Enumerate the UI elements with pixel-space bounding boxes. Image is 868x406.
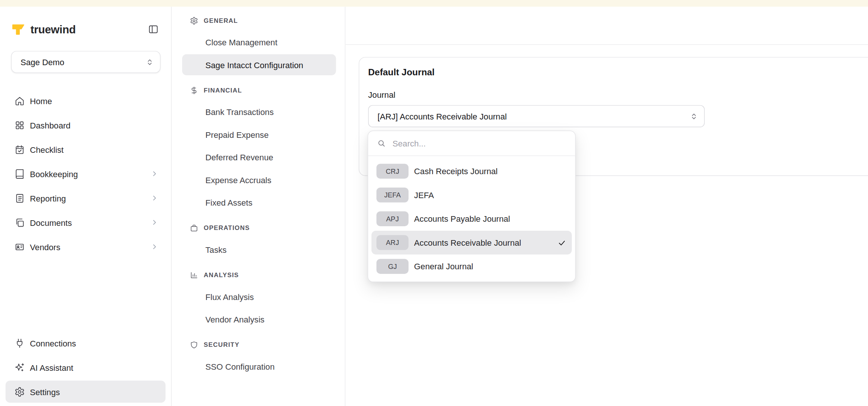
sidebar-item-reporting[interactable]: Reporting <box>6 187 166 209</box>
sidebar-item-label: Connections <box>30 338 76 348</box>
chevron-up-down-icon <box>689 112 699 121</box>
journal-option-label: Accounts Payable Journal <box>414 214 510 224</box>
journal-code-badge: GJ <box>376 259 409 274</box>
journal-option-label: General Journal <box>414 262 473 271</box>
sidebar-item-home[interactable]: Home <box>6 90 166 112</box>
app-window: truewind Sage Demo Home Dashboard Checkl… <box>0 0 868 406</box>
brand-logo-icon <box>11 22 25 36</box>
journal-option-crj[interactable]: CRJ Cash Receipts Journal <box>371 159 572 183</box>
settings-section-label: General <box>204 17 238 24</box>
journal-select[interactable]: [ARJ] Accounts Receivable Journal <box>368 105 705 127</box>
sidebar-item-label: Vendors <box>30 242 60 251</box>
gear-icon <box>190 16 198 25</box>
sidebar-item-connections[interactable]: Connections <box>6 332 166 354</box>
sidebar-item-checklist[interactable]: Checklist <box>6 138 166 160</box>
settings-section-financial: Financial Bank Transactions Prepaid Expe… <box>182 81 336 213</box>
sidebar-item-vendors[interactable]: Vendors <box>6 236 166 258</box>
settings-item-vendor-analysis[interactable]: Vendor Analysis <box>182 309 336 330</box>
briefcase-icon <box>190 224 198 232</box>
brand-name: truewind <box>30 23 76 36</box>
book-icon <box>14 169 25 179</box>
sidebar-toggle-button[interactable] <box>147 23 160 36</box>
sidebar-item-documents[interactable]: Documents <box>6 211 166 233</box>
settings-section-security: Security SSO Configuration <box>182 335 336 377</box>
settings-section-operations: Operations Tasks <box>182 218 336 260</box>
check-icon <box>557 238 566 247</box>
settings-item-tasks[interactable]: Tasks <box>182 239 336 260</box>
settings-section-label: Operations <box>204 225 250 231</box>
journal-option-label: Cash Receipts Journal <box>414 167 498 176</box>
journal-option-arj[interactable]: ARJ Accounts Receivable Journal <box>371 231 572 255</box>
copy-icon <box>14 217 25 228</box>
settings-section-label: Financial <box>204 87 242 94</box>
settings-item-deferred-revenue[interactable]: Deferred Revenue <box>182 146 336 167</box>
journal-option-gj[interactable]: GJ General Journal <box>371 254 572 278</box>
settings-item-prepaid-expense[interactable]: Prepaid Expense <box>182 124 336 145</box>
calendar-check-icon <box>14 144 25 155</box>
top-accent-strip <box>0 0 868 7</box>
home-icon <box>14 96 25 106</box>
notebook-icon <box>14 193 25 203</box>
journal-option-label: Accounts Receivable Journal <box>414 238 521 247</box>
sidebar-header: truewind <box>0 7 171 39</box>
brand-logo: truewind <box>11 22 76 36</box>
search-icon <box>377 139 386 148</box>
sidebar-item-ai-assistant[interactable]: AI Assistant <box>6 356 166 378</box>
workspace-selector[interactable]: Sage Demo <box>11 51 161 73</box>
journal-field-label: Journal <box>368 90 868 101</box>
journal-code-badge: ARJ <box>376 235 409 250</box>
chevron-right-icon <box>150 242 159 251</box>
settings-item-bank-transactions[interactable]: Bank Transactions <box>182 101 336 122</box>
chevron-right-icon <box>150 169 159 178</box>
settings-item-sage-intacct-configuration[interactable]: Sage Intacct Configuration <box>182 54 336 75</box>
settings-section-header: Financial <box>182 81 336 100</box>
journal-option-label: JEFA <box>414 190 434 200</box>
settings-item-close-management[interactable]: Close Management <box>182 31 336 52</box>
settings-item-fixed-assets[interactable]: Fixed Assets <box>182 192 336 213</box>
settings-section-header: General <box>182 11 336 30</box>
dollar-icon <box>190 86 198 94</box>
journal-code-badge: JEFA <box>376 188 409 203</box>
journal-option-jefa[interactable]: JEFA JEFA <box>371 183 572 207</box>
sidebar-item-bookkeeping[interactable]: Bookkeeping <box>6 163 166 185</box>
gear-icon <box>14 387 25 397</box>
sidebar-item-label: Reporting <box>30 193 66 203</box>
sidebar: truewind Sage Demo Home Dashboard Checkl… <box>0 7 172 406</box>
sidebar-item-settings[interactable]: Settings <box>6 381 166 403</box>
plug-icon <box>14 338 25 348</box>
sidebar-item-label: AI Assistant <box>30 363 73 372</box>
chart-column-icon <box>190 271 198 279</box>
sidebar-toggle-icon <box>148 24 159 35</box>
sidebar-item-dashboard[interactable]: Dashboard <box>6 114 166 136</box>
chevron-right-icon <box>150 218 159 227</box>
sidebar-item-label: Bookkeeping <box>30 169 78 178</box>
workspace-selector-value: Sage Demo <box>21 57 64 67</box>
settings-section-header: Operations <box>182 218 336 237</box>
main-content: Default Journal Journal [ARJ] Accounts R… <box>346 7 868 406</box>
settings-section-general: General Close Management Sage Intacct Co… <box>182 11 336 75</box>
chevron-right-icon <box>150 194 159 203</box>
sidebar-item-label: Dashboard <box>30 120 70 130</box>
sidebar-nav: Home Dashboard Checklist Bookkeeping Rep… <box>0 90 171 258</box>
card-title: Default Journal <box>368 66 868 78</box>
sparkles-icon <box>14 362 25 373</box>
shield-icon <box>190 340 198 349</box>
journal-code-badge: APJ <box>376 211 409 226</box>
settings-item-expense-accruals[interactable]: Expense Accruals <box>182 169 336 190</box>
dropdown-search-input[interactable] <box>391 138 566 149</box>
settings-item-flux-analysis[interactable]: Flux Analysis <box>182 286 336 307</box>
settings-section-header: Analysis <box>182 266 336 284</box>
journal-code-badge: CRJ <box>376 164 409 179</box>
journal-option-apj[interactable]: APJ Accounts Payable Journal <box>371 207 572 231</box>
sidebar-item-label: Documents <box>30 218 72 227</box>
settings-section-label: Security <box>204 341 239 348</box>
settings-item-sso-configuration[interactable]: SSO Configuration <box>182 356 336 377</box>
settings-section-label: Analysis <box>204 272 239 278</box>
settings-section-analysis: Analysis Flux Analysis Vendor Analysis <box>182 266 336 330</box>
chevron-up-down-icon <box>145 57 154 67</box>
dropdown-options: CRJ Cash Receipts Journal JEFA JEFA APJ … <box>368 156 575 282</box>
id-card-icon <box>14 242 25 252</box>
grid-icon <box>14 120 25 130</box>
settings-nav: General Close Management Sage Intacct Co… <box>172 7 345 406</box>
sidebar-footer: Connections AI Assistant Settings <box>0 332 171 403</box>
